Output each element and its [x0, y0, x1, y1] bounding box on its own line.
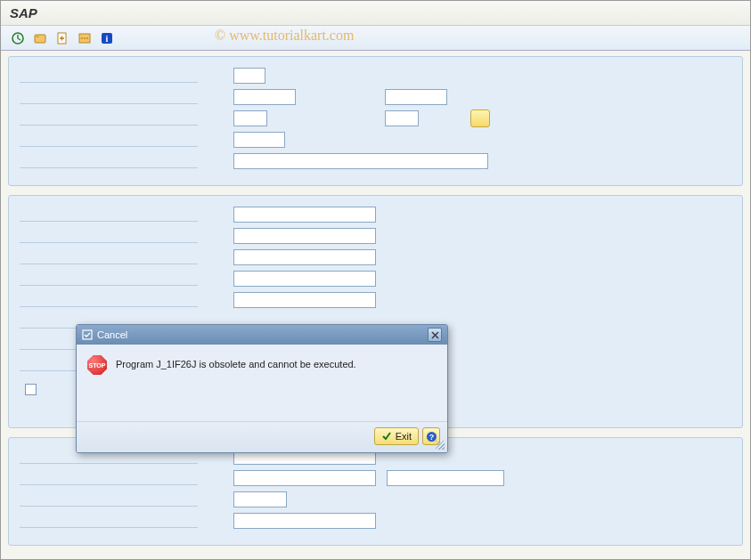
dialog-close-button[interactable]: [428, 328, 442, 342]
close-icon: [431, 331, 439, 339]
app-title: SAP: [10, 5, 37, 20]
input-field[interactable]: [233, 271, 376, 287]
dialog-title-bar[interactable]: Cancel: [77, 325, 447, 345]
watermark-text: © www.tutorialkart.com: [215, 28, 354, 44]
input-field[interactable]: [233, 470, 376, 486]
field-label-line: [20, 506, 198, 507]
info-icon: i: [101, 32, 113, 45]
window-title-bar: SAP: [1, 1, 750, 26]
dialog-message: Program J_1IF26J is obsolete and cannot …: [116, 355, 356, 372]
input-field[interactable]: [233, 513, 376, 529]
input-field[interactable]: [233, 292, 376, 308]
save-icon: [78, 31, 92, 45]
svg-point-6: [84, 37, 86, 39]
execute-icon: [11, 31, 25, 45]
input-field[interactable]: [385, 110, 419, 126]
selection-panel-1: [8, 56, 743, 186]
input-field[interactable]: [233, 228, 376, 244]
application-toolbar: i © www.tutorialkart.com: [1, 26, 750, 51]
field-label-line: [20, 221, 198, 222]
field-label-line: [20, 242, 198, 243]
input-field[interactable]: [233, 68, 265, 84]
main-content: [1, 51, 750, 560]
exit-button-label: Exit: [396, 431, 412, 442]
field-label-line: [20, 264, 198, 264]
input-field[interactable]: [233, 491, 287, 507]
dialog-footer: Exit ?: [77, 421, 447, 452]
field-label-line: [20, 125, 198, 126]
get-variant-button[interactable]: [30, 29, 50, 47]
input-field[interactable]: [385, 89, 447, 105]
new-icon: [55, 31, 69, 45]
field-label-line: [20, 167, 198, 168]
input-field[interactable]: [233, 110, 267, 126]
svg-text:i: i: [106, 34, 109, 44]
dialog-title: Cancel: [97, 329, 127, 340]
input-field[interactable]: [233, 249, 376, 265]
execute-button[interactable]: [8, 29, 28, 47]
field-label-line: [20, 306, 198, 307]
svg-point-7: [86, 37, 88, 39]
check-icon: [381, 431, 392, 442]
field-label-line: [20, 103, 198, 104]
input-field[interactable]: [233, 207, 376, 223]
field-label-line: [20, 463, 198, 464]
resize-grip[interactable]: [436, 441, 445, 450]
input-field[interactable]: [387, 470, 504, 486]
info-button[interactable]: i: [97, 29, 117, 47]
input-field[interactable]: [233, 132, 285, 148]
dialog-body: STOP Program J_1IF26J is obsolete and ca…: [77, 345, 447, 421]
svg-text:?: ?: [429, 433, 434, 442]
new-button[interactable]: [53, 29, 72, 47]
stop-icon: STOP: [87, 355, 107, 375]
field-label-line: [20, 146, 198, 147]
field-label-line: [20, 285, 198, 286]
get-variant-icon: [33, 31, 47, 45]
exit-button[interactable]: Exit: [374, 427, 419, 445]
save-variant-button[interactable]: [75, 29, 94, 47]
svg-rect-2: [35, 35, 39, 37]
field-label-line: [20, 527, 198, 528]
svg-rect-10: [83, 330, 92, 339]
checkbox[interactable]: [25, 384, 37, 395]
field-label-line: [20, 82, 198, 83]
multiple-selection-button[interactable]: [470, 110, 490, 127]
input-field[interactable]: [233, 89, 296, 105]
svg-point-5: [81, 37, 83, 39]
dialog-icon: [82, 329, 93, 340]
cancel-dialog: Cancel STOP Program J_1IF26J is obsolete…: [76, 324, 448, 453]
field-label-line: [20, 484, 198, 485]
selection-panel-3: [8, 437, 743, 546]
input-field[interactable]: [233, 153, 488, 169]
